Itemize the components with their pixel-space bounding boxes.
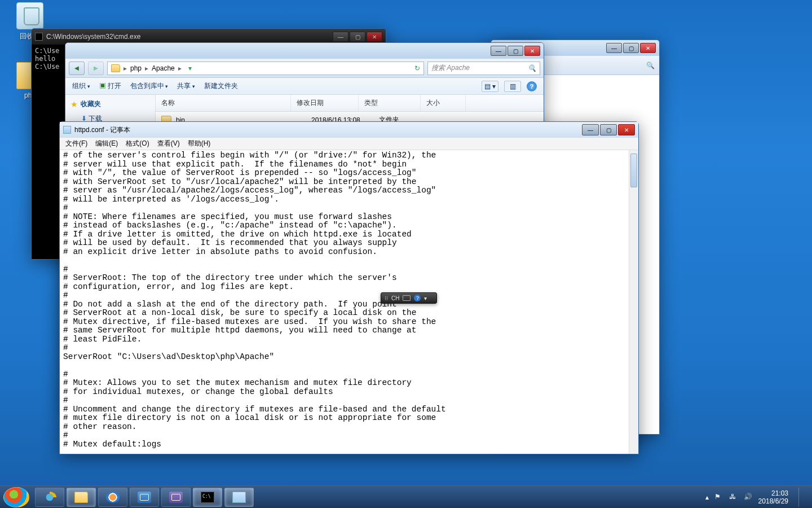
system-tray: ▴ ⚑ 🖧 🔊 21:03 2018/6/29 bbox=[705, 488, 809, 507]
toolbar-share[interactable]: 共享 bbox=[177, 81, 195, 91]
show-desktop-button[interactable] bbox=[798, 488, 805, 507]
explorer-toolbar: 组织 ▣ 打开 包含到库中 共享 新建文件夹 ▤ ▾ ▥ ? bbox=[65, 78, 544, 95]
taskbar: ▴ ⚑ 🖧 🔊 21:03 2018/6/29 bbox=[0, 485, 812, 508]
taskbar-wmp[interactable] bbox=[98, 488, 127, 507]
refresh-icon[interactable]: ↻ bbox=[414, 64, 420, 72]
action-center-icon[interactable]: ⚑ bbox=[714, 493, 723, 502]
minimize-button[interactable]: — bbox=[606, 43, 622, 53]
maximize-button[interactable]: ▢ bbox=[350, 32, 365, 42]
menu-file[interactable]: 文件(F) bbox=[62, 138, 91, 150]
close-button[interactable]: ✕ bbox=[524, 46, 540, 56]
taskbar-cmd[interactable] bbox=[193, 488, 222, 507]
cmd-icon bbox=[35, 33, 43, 41]
ime-options-icon[interactable]: ▾ bbox=[424, 295, 427, 301]
ime-label[interactable]: CH bbox=[391, 295, 399, 301]
search-icon[interactable]: 🔍 bbox=[646, 62, 655, 69]
taskbar-clock[interactable]: 21:03 2018/6/29 bbox=[758, 489, 788, 505]
notepad-editor[interactable]: # of the server's control files begin wi… bbox=[60, 150, 638, 454]
cmd-icon bbox=[201, 492, 214, 503]
taskbar-app2[interactable] bbox=[161, 488, 191, 507]
cmd-title: C:\Windows\system32\cmd.exe bbox=[46, 33, 140, 41]
ime-help-icon[interactable]: ? bbox=[414, 295, 421, 301]
breadcrumb-sep: ▸ bbox=[178, 64, 182, 72]
recycle-bin-icon bbox=[16, 2, 43, 29]
search-input[interactable]: 搜索 Apache 🔍 bbox=[427, 62, 540, 75]
maximize-button[interactable]: ▢ bbox=[600, 124, 617, 135]
col-name[interactable]: 名称 bbox=[156, 95, 291, 111]
notepad-titlebar[interactable]: httpd.conf - 记事本 — ▢ ✕ bbox=[60, 122, 638, 138]
toolbar-open[interactable]: ▣ 打开 bbox=[99, 81, 121, 91]
notepad-title: httpd.conf - 记事本 bbox=[74, 125, 130, 135]
maximize-button[interactable]: ▢ bbox=[508, 46, 523, 56]
breadcrumb-sep: ▸ bbox=[123, 64, 127, 72]
close-button[interactable]: ✕ bbox=[367, 32, 382, 42]
col-type[interactable]: 类型 bbox=[359, 95, 421, 111]
minimize-button[interactable]: — bbox=[582, 124, 599, 135]
ie-icon bbox=[43, 492, 56, 503]
folder-icon bbox=[111, 64, 120, 72]
notepad-icon bbox=[63, 126, 71, 134]
breadcrumb-seg[interactable]: php bbox=[130, 64, 142, 72]
clock-date: 2018/6/29 bbox=[758, 497, 788, 505]
taskbar-explorer[interactable] bbox=[67, 488, 96, 507]
notepad-icon bbox=[232, 492, 246, 503]
app-icon bbox=[169, 492, 183, 503]
toolbar-include[interactable]: 包含到库中 bbox=[130, 81, 169, 91]
refresh-button[interactable]: ▾ bbox=[188, 64, 192, 72]
app-icon bbox=[138, 492, 151, 503]
vertical-scrollbar[interactable] bbox=[629, 150, 638, 454]
explorer-icon bbox=[74, 492, 88, 503]
taskbar-app[interactable] bbox=[130, 488, 159, 507]
taskbar-notepad[interactable] bbox=[224, 488, 254, 507]
close-button[interactable]: ✕ bbox=[618, 124, 635, 135]
scrollbar-thumb[interactable] bbox=[630, 154, 637, 187]
clock-time: 21:03 bbox=[758, 489, 788, 497]
start-button[interactable] bbox=[3, 487, 29, 507]
keyboard-icon[interactable] bbox=[403, 295, 411, 301]
menu-help[interactable]: 帮助(H) bbox=[184, 138, 214, 150]
explorer-titlebar[interactable]: — ▢ ✕ bbox=[65, 43, 544, 59]
view-button[interactable]: ▤ ▾ bbox=[482, 81, 498, 92]
tray-chevron-icon[interactable]: ▴ bbox=[705, 493, 709, 501]
breadcrumb-seg[interactable]: Apache bbox=[152, 64, 175, 72]
minimize-button[interactable]: — bbox=[333, 32, 348, 42]
taskbar-ie[interactable] bbox=[35, 488, 64, 507]
preview-pane-button[interactable]: ▥ bbox=[504, 81, 521, 92]
sidebar-favorites[interactable]: ★收藏夹 bbox=[71, 99, 149, 109]
back-button[interactable]: ◄ bbox=[69, 62, 85, 75]
wmp-icon bbox=[106, 492, 120, 503]
col-size[interactable]: 大小 bbox=[421, 95, 466, 111]
volume-icon[interactable]: 🔊 bbox=[744, 493, 753, 502]
minimize-button[interactable]: — bbox=[491, 46, 506, 56]
network-icon[interactable]: 🖧 bbox=[729, 493, 738, 502]
notepad-window[interactable]: httpd.conf - 记事本 — ▢ ✕ 文件(F) 编辑(E) 格式(O)… bbox=[59, 121, 639, 454]
maximize-button[interactable]: ▢ bbox=[623, 43, 639, 53]
col-date[interactable]: 修改日期 bbox=[291, 95, 359, 111]
star-icon: ★ bbox=[71, 100, 77, 108]
menu-view[interactable]: 查看(V) bbox=[154, 138, 183, 150]
notepad-menubar: 文件(F) 编辑(E) 格式(O) 查看(V) 帮助(H) bbox=[60, 138, 638, 150]
forward-button[interactable]: ► bbox=[88, 62, 104, 75]
help-button[interactable]: ? bbox=[527, 81, 537, 91]
address-bar[interactable]: ▸ php ▸ Apache ▸ ▾ ↻ bbox=[107, 62, 424, 75]
search-icon: 🔍 bbox=[528, 64, 536, 72]
column-headers[interactable]: 名称 修改日期 类型 大小 bbox=[156, 95, 544, 112]
explorer-nav-row: ◄ ► ▸ php ▸ Apache ▸ ▾ ↻ 搜索 Apache 🔍 bbox=[65, 59, 544, 78]
breadcrumb-sep: ▸ bbox=[145, 64, 148, 72]
menu-edit[interactable]: 编辑(E) bbox=[92, 138, 121, 150]
toolbar-organize[interactable]: 组织 bbox=[72, 81, 90, 91]
search-placeholder: 搜索 Apache bbox=[431, 63, 470, 73]
menu-format[interactable]: 格式(O) bbox=[122, 138, 152, 150]
close-button[interactable]: ✕ bbox=[640, 43, 656, 53]
ime-language-bar[interactable]: ⁝⁝ CH ? ▾ bbox=[381, 292, 437, 304]
toolbar-newfolder[interactable]: 新建文件夹 bbox=[204, 81, 238, 91]
